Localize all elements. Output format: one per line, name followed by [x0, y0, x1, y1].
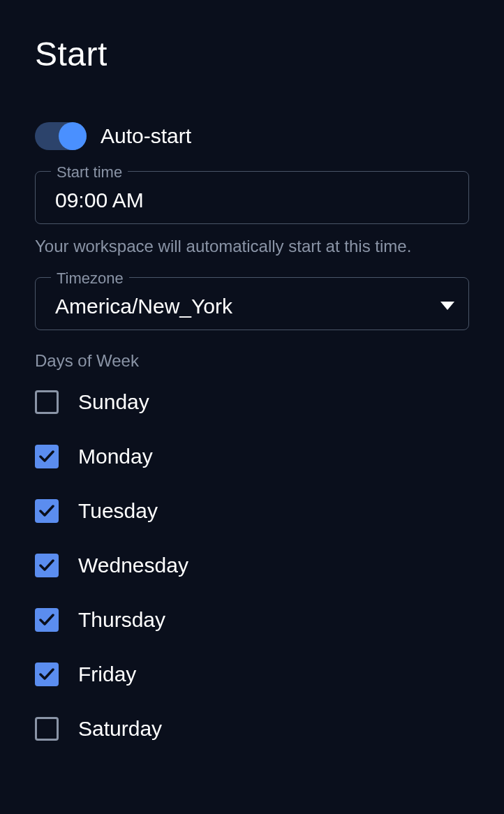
day-checkbox-saturday[interactable]: Saturday — [35, 717, 469, 741]
day-checkbox-friday[interactable]: Friday — [35, 663, 469, 686]
start-time-field[interactable]: Start time 09:00 AM — [35, 171, 469, 224]
checkbox[interactable] — [35, 390, 59, 414]
auto-start-switch[interactable] — [35, 122, 87, 150]
start-time-label: Start time — [51, 163, 128, 182]
checkbox-label: Tuesday — [78, 499, 158, 523]
check-icon — [39, 450, 54, 463]
check-icon — [39, 559, 54, 572]
checkbox-label: Wednesday — [78, 554, 188, 577]
check-icon — [39, 505, 54, 517]
timezone-label: Timezone — [51, 269, 129, 288]
start-time-input[interactable]: 09:00 AM — [55, 188, 454, 212]
switch-thumb — [59, 122, 87, 150]
day-checkbox-monday[interactable]: Monday — [35, 445, 469, 468]
auto-start-toggle-row: Auto-start — [35, 122, 469, 150]
checkbox[interactable] — [35, 499, 59, 523]
day-checkbox-tuesday[interactable]: Tuesday — [35, 499, 469, 523]
checkbox-label: Saturday — [78, 717, 162, 741]
checkbox-label: Sunday — [78, 390, 149, 414]
check-icon — [39, 614, 54, 626]
checkbox-label: Monday — [78, 445, 153, 468]
checkbox[interactable] — [35, 608, 59, 632]
day-checkbox-wednesday[interactable]: Wednesday — [35, 554, 469, 577]
page-title: Start — [35, 35, 469, 73]
check-icon — [39, 668, 54, 681]
timezone-field[interactable]: Timezone America/New_York — [35, 277, 469, 330]
checkbox[interactable] — [35, 663, 59, 686]
checkbox[interactable] — [35, 717, 59, 741]
checkbox-label: Friday — [78, 663, 136, 686]
start-time-helper: Your workspace will automatically start … — [35, 237, 469, 256]
checkbox-label: Thursday — [78, 608, 165, 632]
timezone-select[interactable]: America/New_York — [55, 295, 440, 318]
checkbox[interactable] — [35, 445, 59, 468]
day-checkbox-thursday[interactable]: Thursday — [35, 608, 469, 632]
days-of-week-label: Days of Week — [35, 351, 469, 371]
day-checkbox-sunday[interactable]: Sunday — [35, 390, 469, 414]
auto-start-label: Auto-start — [101, 124, 191, 148]
days-of-week-list: SundayMondayTuesdayWednesdayThursdayFrid… — [35, 390, 469, 741]
checkbox[interactable] — [35, 554, 59, 577]
chevron-down-icon — [440, 300, 454, 313]
